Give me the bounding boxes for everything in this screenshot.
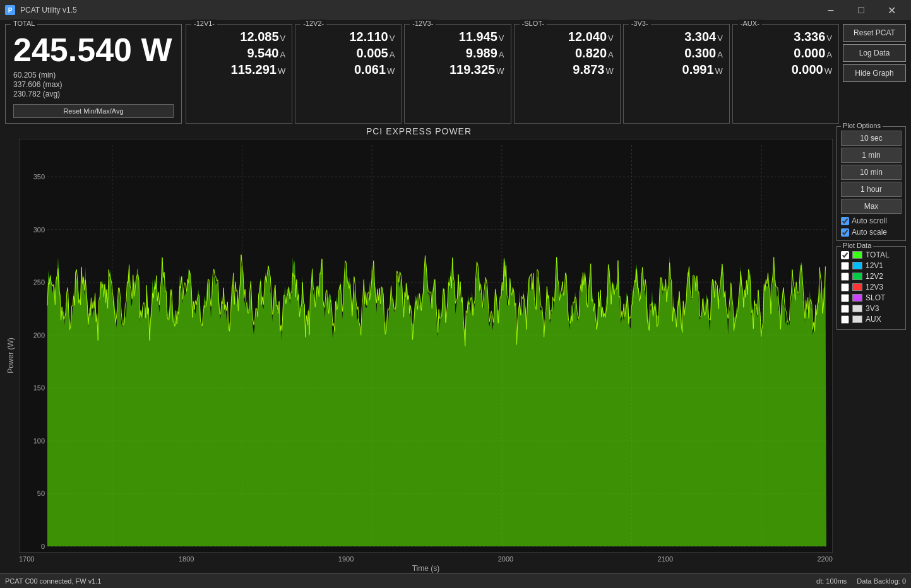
legend-color-total: [852, 251, 862, 259]
rail-label: -AUX-: [738, 20, 762, 27]
title-bar-left: P PCAT Utility v1.5: [5, 5, 77, 15]
plot-btn-10-sec[interactable]: 10 sec: [841, 131, 902, 146]
title-bar-controls: – □ ✕: [816, 0, 906, 20]
legend-color-12v1: [852, 262, 862, 269]
rail-label: -12V2-: [301, 20, 326, 27]
rail-voltage: 12.040V: [521, 28, 614, 45]
legend-label-aux: AUX: [866, 315, 881, 324]
log-data-button[interactable]: Log Data: [843, 44, 906, 62]
legend-item-12v3: 12V3: [841, 283, 902, 291]
rail-label: -SLOT-: [520, 20, 547, 27]
plot-options-box: Plot Options 10 sec1 min10 min1 hourMax …: [837, 126, 906, 241]
rail-current: 9.540A: [193, 45, 285, 61]
x-axis: 170018001900200021002200: [19, 553, 833, 563]
legend-label-12v2: 12V2: [866, 272, 883, 281]
legend-item-12v2: 12V2: [841, 272, 902, 281]
legend-checkbox-12v3[interactable]: [841, 283, 849, 291]
rail-box-12v3: -12V3- 11.945V 9.989A 119.325W: [404, 24, 511, 124]
legend-color-3v3: [852, 305, 862, 312]
legend-checkbox-total[interactable]: [841, 251, 849, 259]
app-icon: P: [5, 5, 15, 15]
auto-scroll-row: Auto scroll: [841, 216, 902, 225]
rail-power: 9.873W: [521, 61, 614, 78]
rail-power: 0.991W: [630, 61, 723, 78]
plot-data-box: Plot Data TOTAL12V112V212V3SLOT3V3AUX: [837, 246, 906, 330]
status-backlog: Data Backlog: 0: [857, 577, 906, 585]
rail-box-3v3: -3V3- 3.304V 0.300A 0.991W: [623, 24, 730, 124]
close-button[interactable]: ✕: [877, 0, 906, 20]
legend-checkbox-12v2[interactable]: [841, 273, 849, 281]
main-chart: [19, 139, 833, 553]
reset-min-max-avg-button[interactable]: Reset Min/Max/Avg: [13, 104, 174, 118]
x-axis-label: Time (s): [19, 564, 833, 573]
legend-checkbox-12v1[interactable]: [841, 262, 849, 270]
rails-container: -12V1- 12.085V 9.540A 115.291W -12V2- 12…: [186, 24, 839, 124]
auto-scroll-checkbox[interactable]: [841, 217, 849, 225]
x-tick: 1700: [19, 555, 34, 563]
x-tick: 1900: [338, 555, 354, 563]
chart-area: [19, 139, 833, 553]
total-max: 337.606 (max): [13, 80, 174, 89]
rail-current: 0.000A: [739, 45, 832, 61]
graph-container: PCI EXPRESS POWER Power (W) 170018001900…: [5, 126, 833, 573]
reset-pcat-button[interactable]: Reset PCAT: [843, 24, 906, 42]
legend-label-12v3: 12V3: [866, 283, 883, 291]
legend-item-slot: SLOT: [841, 293, 902, 302]
main-content: TOTAL 245.540 W 60.205 (min) 337.606 (ma…: [0, 20, 911, 573]
total-avg: 230.782 (avg): [13, 90, 174, 98]
title-bar: P PCAT Utility v1.5 – □ ✕: [0, 0, 911, 20]
legend-label-slot: SLOT: [866, 293, 885, 302]
graph-section: PCI EXPRESS POWER Power (W) 170018001900…: [5, 126, 906, 573]
plot-data-label: Plot Data: [841, 242, 873, 249]
rail-box-aux: -AUX- 3.336V 0.000A 0.000W: [732, 24, 839, 124]
x-tick: 2100: [658, 555, 673, 563]
legend-checkbox-slot[interactable]: [841, 294, 849, 302]
rail-box-12v2: -12V2- 12.110V 0.005A 0.061W: [295, 24, 402, 124]
plot-btn-1-hour[interactable]: 1 hour: [841, 182, 902, 197]
rail-label: -12V3-: [410, 20, 436, 27]
legend-item-3v3: 3V3: [841, 304, 902, 313]
auto-scale-checkbox[interactable]: [841, 228, 849, 237]
rail-power: 0.061W: [302, 61, 395, 78]
legend-label-12v1: 12V1: [866, 261, 883, 270]
x-tick: 2000: [498, 555, 513, 563]
status-connection: PCAT C00 connected, FW v1.1: [5, 577, 101, 585]
minimize-button[interactable]: –: [816, 0, 845, 20]
legend-item-aux: AUX: [841, 315, 902, 324]
maximize-button[interactable]: □: [847, 0, 876, 20]
rail-power: 119.325W: [411, 61, 504, 78]
rail-current: 0.300A: [630, 45, 723, 61]
graph-wrapper: Power (W) 170018001900200021002200 Time …: [5, 139, 833, 573]
legend-item-12v1: 12V1: [841, 261, 902, 270]
rail-voltage: 11.945V: [411, 28, 504, 45]
rail-current: 9.989A: [411, 45, 504, 61]
plot-buttons: 10 sec1 min10 min1 hourMax: [841, 131, 902, 214]
plot-btn-10-min[interactable]: 10 min: [841, 165, 902, 180]
legend-checkbox-aux[interactable]: [841, 315, 849, 324]
status-bar-right: dt: 100ms Data Backlog: 0: [816, 577, 906, 585]
legend-color-aux: [852, 315, 862, 323]
x-tick: 1800: [179, 555, 194, 563]
plot-btn-1-min[interactable]: 1 min: [841, 148, 902, 163]
auto-scale-label: Auto scale: [852, 228, 887, 237]
y-axis-label: Power (W): [5, 139, 16, 573]
total-watt: 245.540 W: [13, 32, 174, 68]
action-buttons: Reset PCAT Log Data Hide Graph: [843, 24, 906, 124]
rail-voltage: 3.336V: [739, 28, 832, 45]
plot-options-label: Plot Options: [841, 122, 883, 129]
legend-checkbox-3v3[interactable]: [841, 305, 849, 313]
hide-graph-button[interactable]: Hide Graph: [843, 64, 906, 82]
rail-current: 0.005A: [302, 45, 395, 61]
status-dt: dt: 100ms: [816, 577, 847, 585]
legend-color-slot: [852, 294, 862, 302]
plot-btn-max[interactable]: Max: [841, 199, 902, 214]
total-min: 60.205 (min): [13, 71, 174, 79]
app-title: PCAT Utility v1.5: [20, 6, 77, 15]
rail-label: -12V1-: [191, 20, 217, 27]
total-box: TOTAL 245.540 W 60.205 (min) 337.606 (ma…: [5, 24, 182, 124]
rail-voltage: 12.085V: [193, 28, 285, 45]
right-panel: Plot Options 10 sec1 min10 min1 hourMax …: [837, 126, 906, 573]
status-bar: PCAT C00 connected, FW v1.1 dt: 100ms Da…: [0, 573, 911, 588]
rail-box-slot: -SLOT- 12.040V 0.820A 9.873W: [514, 24, 621, 124]
rail-power: 115.291W: [193, 61, 285, 78]
